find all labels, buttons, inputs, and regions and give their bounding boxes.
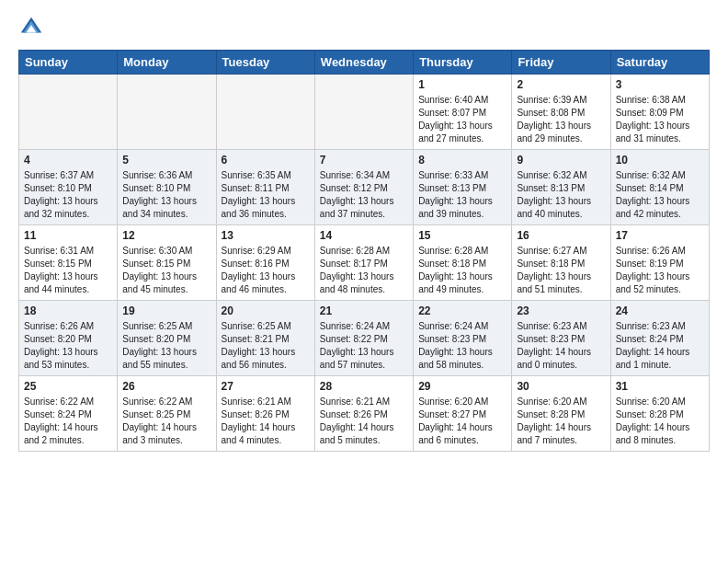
day-number: 26: [122, 380, 210, 393]
calendar-col-header: Saturday: [610, 51, 709, 75]
day-number: 7: [320, 154, 408, 167]
calendar-day-cell: 25Sunrise: 6:22 AM Sunset: 8:24 PM Dayli…: [19, 376, 118, 452]
calendar-day-cell: [118, 75, 216, 150]
day-info: Sunrise: 6:28 AM Sunset: 8:18 PM Dayligh…: [418, 245, 506, 296]
logo: [18, 15, 48, 40]
day-info: Sunrise: 6:22 AM Sunset: 8:24 PM Dayligh…: [24, 396, 112, 447]
calendar-week-row: 1Sunrise: 6:40 AM Sunset: 8:07 PM Daylig…: [19, 75, 710, 150]
calendar-day-cell: 27Sunrise: 6:21 AM Sunset: 8:26 PM Dayli…: [216, 376, 314, 452]
day-number: 18: [24, 304, 112, 317]
day-info: Sunrise: 6:32 AM Sunset: 8:13 PM Dayligh…: [517, 169, 605, 221]
day-info: Sunrise: 6:31 AM Sunset: 8:15 PM Dayligh…: [24, 245, 112, 296]
calendar-day-cell: 7Sunrise: 6:34 AM Sunset: 8:12 PM Daylig…: [314, 150, 413, 225]
day-info: Sunrise: 6:35 AM Sunset: 8:11 PM Dayligh…: [222, 169, 310, 221]
calendar-day-cell: 4Sunrise: 6:37 AM Sunset: 8:10 PM Daylig…: [19, 150, 118, 225]
day-number: 8: [418, 154, 506, 167]
calendar-week-row: 18Sunrise: 6:26 AM Sunset: 8:20 PM Dayli…: [19, 301, 710, 376]
day-info: Sunrise: 6:33 AM Sunset: 8:13 PM Dayligh…: [418, 169, 506, 221]
calendar-day-cell: 16Sunrise: 6:27 AM Sunset: 8:18 PM Dayli…: [512, 225, 610, 301]
calendar-day-cell: 8Sunrise: 6:33 AM Sunset: 8:13 PM Daylig…: [414, 150, 512, 225]
day-info: Sunrise: 6:40 AM Sunset: 8:07 PM Dayligh…: [418, 94, 506, 145]
calendar-col-header: Sunday: [19, 51, 118, 75]
calendar-day-cell: 18Sunrise: 6:26 AM Sunset: 8:20 PM Dayli…: [19, 301, 118, 376]
day-number: 21: [320, 304, 408, 317]
calendar-col-header: Tuesday: [216, 51, 314, 75]
day-number: 12: [122, 229, 210, 242]
day-info: Sunrise: 6:25 AM Sunset: 8:21 PM Dayligh…: [222, 320, 310, 372]
calendar-day-cell: 17Sunrise: 6:26 AM Sunset: 8:19 PM Dayli…: [610, 225, 709, 301]
calendar-day-cell: 22Sunrise: 6:24 AM Sunset: 8:23 PM Dayli…: [414, 301, 512, 376]
day-number: 6: [222, 154, 310, 167]
calendar-day-cell: 31Sunrise: 6:20 AM Sunset: 8:28 PM Dayli…: [610, 376, 709, 452]
calendar-day-cell: 26Sunrise: 6:22 AM Sunset: 8:25 PM Dayli…: [118, 376, 216, 452]
calendar-day-cell: 19Sunrise: 6:25 AM Sunset: 8:20 PM Dayli…: [118, 301, 216, 376]
day-number: 9: [517, 154, 605, 167]
day-info: Sunrise: 6:21 AM Sunset: 8:26 PM Dayligh…: [320, 396, 408, 447]
calendar-day-cell: 23Sunrise: 6:23 AM Sunset: 8:23 PM Dayli…: [512, 301, 610, 376]
calendar-col-header: Monday: [118, 51, 216, 75]
day-info: Sunrise: 6:24 AM Sunset: 8:23 PM Dayligh…: [418, 320, 506, 372]
day-number: 13: [222, 229, 310, 242]
day-info: Sunrise: 6:32 AM Sunset: 8:14 PM Dayligh…: [616, 169, 704, 221]
day-number: 29: [418, 380, 506, 393]
day-number: 24: [616, 304, 704, 317]
calendar-col-header: Friday: [512, 51, 610, 75]
calendar-day-cell: 14Sunrise: 6:28 AM Sunset: 8:17 PM Dayli…: [314, 225, 413, 301]
calendar-day-cell: 15Sunrise: 6:28 AM Sunset: 8:18 PM Dayli…: [414, 225, 512, 301]
day-number: 20: [222, 304, 310, 317]
day-number: 30: [517, 380, 605, 393]
day-number: 11: [24, 229, 112, 242]
calendar-day-cell: 20Sunrise: 6:25 AM Sunset: 8:21 PM Dayli…: [216, 301, 314, 376]
calendar-week-row: 25Sunrise: 6:22 AM Sunset: 8:24 PM Dayli…: [19, 376, 710, 452]
calendar-day-cell: 13Sunrise: 6:29 AM Sunset: 8:16 PM Dayli…: [216, 225, 314, 301]
day-info: Sunrise: 6:23 AM Sunset: 8:23 PM Dayligh…: [517, 320, 605, 372]
day-info: Sunrise: 6:23 AM Sunset: 8:24 PM Dayligh…: [616, 320, 704, 372]
day-info: Sunrise: 6:28 AM Sunset: 8:17 PM Dayligh…: [320, 245, 408, 296]
day-number: 4: [24, 154, 112, 167]
calendar-col-header: Thursday: [414, 51, 512, 75]
calendar-table: SundayMondayTuesdayWednesdayThursdayFrid…: [18, 50, 710, 452]
page-container: SundayMondayTuesdayWednesdayThursdayFrid…: [0, 0, 728, 461]
calendar-day-cell: 5Sunrise: 6:36 AM Sunset: 8:10 PM Daylig…: [118, 150, 216, 225]
day-info: Sunrise: 6:38 AM Sunset: 8:09 PM Dayligh…: [616, 94, 704, 145]
calendar-header-row: SundayMondayTuesdayWednesdayThursdayFrid…: [19, 51, 710, 75]
calendar-day-cell: 30Sunrise: 6:20 AM Sunset: 8:28 PM Dayli…: [512, 376, 610, 452]
day-info: Sunrise: 6:34 AM Sunset: 8:12 PM Dayligh…: [320, 169, 408, 221]
calendar-day-cell: 24Sunrise: 6:23 AM Sunset: 8:24 PM Dayli…: [610, 301, 709, 376]
day-info: Sunrise: 6:39 AM Sunset: 8:08 PM Dayligh…: [517, 94, 605, 145]
day-info: Sunrise: 6:27 AM Sunset: 8:18 PM Dayligh…: [517, 245, 605, 296]
day-number: 23: [517, 304, 605, 317]
day-info: Sunrise: 6:20 AM Sunset: 8:28 PM Dayligh…: [616, 396, 704, 447]
day-info: Sunrise: 6:20 AM Sunset: 8:28 PM Dayligh…: [517, 396, 605, 447]
day-info: Sunrise: 6:21 AM Sunset: 8:26 PM Dayligh…: [222, 396, 310, 447]
calendar-day-cell: 9Sunrise: 6:32 AM Sunset: 8:13 PM Daylig…: [512, 150, 610, 225]
day-info: Sunrise: 6:20 AM Sunset: 8:27 PM Dayligh…: [418, 396, 506, 447]
calendar-day-cell: 2Sunrise: 6:39 AM Sunset: 8:08 PM Daylig…: [512, 75, 610, 150]
day-number: 5: [122, 154, 210, 167]
day-number: 17: [616, 229, 704, 242]
day-number: 25: [24, 380, 112, 393]
day-number: 28: [320, 380, 408, 393]
day-info: Sunrise: 6:24 AM Sunset: 8:22 PM Dayligh…: [320, 320, 408, 372]
day-number: 1: [418, 78, 506, 91]
calendar-day-cell: [314, 75, 413, 150]
day-info: Sunrise: 6:30 AM Sunset: 8:15 PM Dayligh…: [122, 245, 210, 296]
day-number: 19: [122, 304, 210, 317]
calendar-day-cell: [19, 75, 118, 150]
calendar-week-row: 11Sunrise: 6:31 AM Sunset: 8:15 PM Dayli…: [19, 225, 710, 301]
page-header: [18, 15, 710, 40]
day-info: Sunrise: 6:26 AM Sunset: 8:19 PM Dayligh…: [616, 245, 704, 296]
day-info: Sunrise: 6:26 AM Sunset: 8:20 PM Dayligh…: [24, 320, 112, 372]
day-number: 3: [616, 78, 704, 91]
calendar-day-cell: 12Sunrise: 6:30 AM Sunset: 8:15 PM Dayli…: [118, 225, 216, 301]
calendar-week-row: 4Sunrise: 6:37 AM Sunset: 8:10 PM Daylig…: [19, 150, 710, 225]
day-number: 31: [616, 380, 704, 393]
day-info: Sunrise: 6:37 AM Sunset: 8:10 PM Dayligh…: [24, 169, 112, 221]
logo-icon: [18, 15, 44, 40]
day-number: 10: [616, 154, 704, 167]
day-info: Sunrise: 6:25 AM Sunset: 8:20 PM Dayligh…: [122, 320, 210, 372]
calendar-day-cell: 28Sunrise: 6:21 AM Sunset: 8:26 PM Dayli…: [314, 376, 413, 452]
day-number: 27: [222, 380, 310, 393]
day-number: 2: [517, 78, 605, 91]
calendar-day-cell: 29Sunrise: 6:20 AM Sunset: 8:27 PM Dayli…: [414, 376, 512, 452]
